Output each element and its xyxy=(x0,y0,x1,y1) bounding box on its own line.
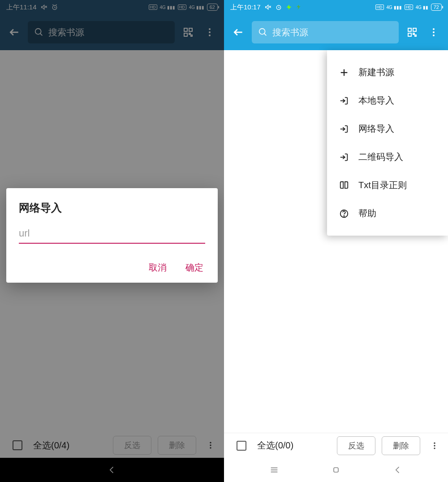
battery-icon: 72 xyxy=(431,4,442,11)
svg-rect-51 xyxy=(334,468,338,472)
svg-point-35 xyxy=(433,28,435,30)
book-icon xyxy=(339,180,349,191)
cancel-button[interactable]: 取消 xyxy=(149,262,167,274)
svg-point-37 xyxy=(433,34,435,36)
svg-rect-34 xyxy=(415,35,416,36)
select-all-checkbox[interactable] xyxy=(237,441,246,451)
nav-back-button[interactable] xyxy=(392,464,404,476)
svg-point-36 xyxy=(433,31,435,33)
svg-point-28 xyxy=(259,29,265,34)
menu-network-import[interactable]: 网络导入 xyxy=(327,115,448,143)
url-input[interactable] xyxy=(19,226,205,244)
dropdown-menu: 新建书源 本地导入 网络导入 二维码导入 Txt目录正则 帮助 xyxy=(327,50,448,236)
menu-help[interactable]: 帮助 xyxy=(327,199,448,228)
hd-icon: HD xyxy=(375,4,384,10)
import-icon xyxy=(339,95,349,106)
nav-home-button[interactable] xyxy=(330,464,342,476)
search-placeholder: 搜索书源 xyxy=(272,26,308,39)
top-bar: 搜索书源 xyxy=(224,14,448,50)
mute-icon xyxy=(264,4,271,11)
ok-button[interactable]: 确定 xyxy=(185,262,203,274)
svg-line-25 xyxy=(279,8,280,8)
plus-icon xyxy=(339,67,349,78)
menu-local-import[interactable]: 本地导入 xyxy=(327,86,448,115)
menu-item-label: 网络导入 xyxy=(358,123,394,135)
svg-marker-26 xyxy=(286,4,291,10)
nav-bar xyxy=(224,458,448,482)
qr-button[interactable] xyxy=(404,24,420,40)
menu-item-label: Txt目录正则 xyxy=(358,179,407,191)
menu-item-label: 新建书源 xyxy=(358,66,394,78)
menu-item-label: 帮助 xyxy=(358,207,376,219)
svg-point-47 xyxy=(434,448,435,449)
network-import-dialog: 网络导入 取消 确定 xyxy=(6,188,218,283)
dialog-title: 网络导入 xyxy=(19,201,205,215)
delete-button[interactable]: 删除 xyxy=(382,436,420,455)
import-icon xyxy=(339,152,349,163)
leaf-icon xyxy=(296,4,302,10)
charging-icon xyxy=(286,4,292,10)
status-bar: 上午10:17 HD 4G ▮▮▮ HD 4G ▮▮ 72 xyxy=(224,0,448,14)
select-all-label: 全选(0/0) xyxy=(257,439,293,452)
menu-qr-import[interactable]: 二维码导入 xyxy=(327,143,448,171)
svg-rect-33 xyxy=(413,33,414,34)
signal-icon: 4G ▮▮ xyxy=(416,5,428,10)
hd-icon: HD xyxy=(405,4,413,10)
nav-recents-button[interactable] xyxy=(268,464,280,476)
back-button[interactable] xyxy=(230,24,246,40)
more-button[interactable] xyxy=(426,24,442,40)
svg-rect-30 xyxy=(408,28,411,31)
import-icon xyxy=(339,124,349,134)
bottom-more-button[interactable] xyxy=(429,441,440,450)
status-time: 上午10:17 xyxy=(230,3,261,12)
svg-point-44 xyxy=(344,215,344,216)
menu-txt-regex[interactable]: Txt目录正则 xyxy=(327,171,448,199)
svg-line-29 xyxy=(264,34,267,36)
invert-button[interactable]: 反选 xyxy=(337,436,375,455)
svg-point-46 xyxy=(434,445,435,446)
signal-icon: 4G ▮▮▮ xyxy=(387,5,402,10)
menu-item-label: 二维码导入 xyxy=(358,151,403,163)
bottom-bar: 全选(0/0) 反选 删除 xyxy=(224,433,448,458)
svg-point-45 xyxy=(434,442,435,443)
search-input[interactable]: 搜索书源 xyxy=(252,21,399,43)
alarm-icon xyxy=(275,4,282,11)
menu-new-source[interactable]: 新建书源 xyxy=(327,58,448,86)
menu-item-label: 本地导入 xyxy=(358,95,394,107)
svg-rect-32 xyxy=(408,33,411,36)
svg-rect-31 xyxy=(413,28,416,31)
help-icon xyxy=(339,208,349,219)
